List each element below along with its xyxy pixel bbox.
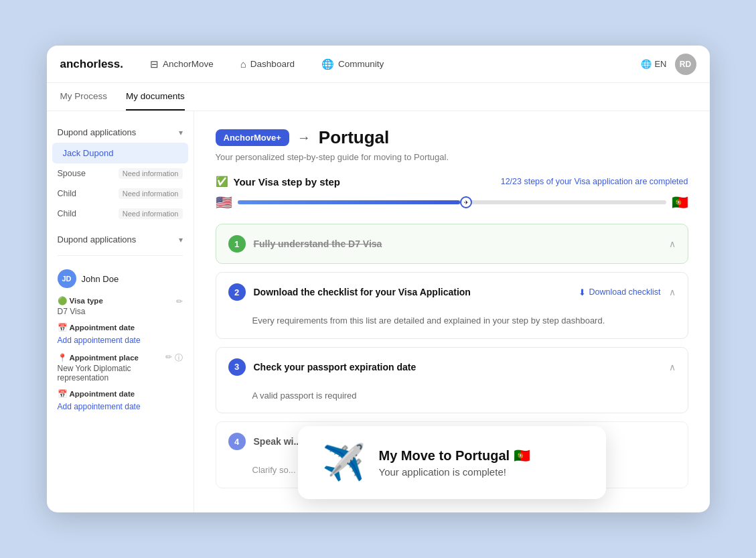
step-right-2: ⬇ Download checklist ∧ [579, 287, 676, 297]
step-title-3: Check your passport expiration date [254, 362, 417, 372]
lang-button[interactable]: 🌐 EN [641, 59, 666, 69]
visa-header: ✅ Your Visa step by step 12/23 steps of … [216, 176, 688, 188]
person-field-appt-place: 📍 Appointment place ✏ ⓘ New York Diploma… [58, 352, 183, 382]
chevron-down-icon-1: ▾ [179, 128, 183, 137]
edit-place-icon[interactable]: ✏ [165, 352, 172, 364]
appt-date-1-label: 📅 Appointment date [58, 323, 183, 332]
progress-bar-container: 🇺🇸 ✈ 🇵🇹 [216, 194, 688, 210]
chevron-up-icon-3: ∧ [669, 362, 676, 372]
top-nav: anchorless. ⊟ AnchorMove ⌂ Dashboard 🌐 C… [47, 46, 710, 83]
visa-type-label: 🟢 Visa type [58, 296, 103, 305]
step-left-3: 3 Check your passport expiration date [228, 358, 417, 376]
person-avatar: JD [58, 269, 76, 288]
step-title-2: Download the checklist for your Visa App… [254, 287, 471, 297]
step-title-1: Fully understand the D7 Visa [254, 238, 382, 249]
arrow-icon: → [297, 130, 311, 145]
chevron-up-icon-1: ∧ [669, 238, 676, 249]
step-right-1: ∧ [669, 238, 676, 249]
sub-nav: My Process My documents [47, 83, 710, 111]
step-header-3[interactable]: 3 Check your passport expiration date ∧ [216, 348, 688, 387]
chevron-down-icon-2: ▾ [179, 235, 183, 245]
nav-community[interactable]: 🌐 Community [316, 56, 389, 73]
airplane-icon: ✈️ [322, 442, 366, 483]
flag-start: 🇺🇸 [216, 194, 232, 210]
person-field-visa-type: 🟢 Visa type ✏ D7 Visa [58, 296, 183, 316]
logo: anchorless. [60, 58, 124, 71]
status-badge-spouse: Need information [119, 168, 183, 179]
person-card: JD John Doe 🟢 Visa type ✏ D7 Visa [47, 261, 194, 427]
appt-place-label: 📍 Appointment place [58, 353, 139, 362]
avatar-initials: RD [680, 60, 691, 69]
status-badge-child-2: Need information [119, 208, 183, 219]
user-avatar[interactable]: RD [675, 54, 696, 75]
nav-community-label: Community [338, 59, 384, 69]
dashboard-icon: ⌂ [240, 58, 246, 70]
right-content: AnchorMove+ → Portugal Your personalized… [194, 111, 710, 512]
step-body-2: Every requirements from this list are de… [216, 311, 688, 338]
add-appt-date-2-link[interactable]: Add appointement date [58, 402, 141, 411]
browser-window: anchorless. ⊟ AnchorMove ⌂ Dashboard 🌐 C… [47, 46, 710, 512]
visa-section: ✅ Your Visa step by step 12/23 steps of … [216, 176, 688, 210]
sidebar-divider [58, 255, 183, 256]
popup-card: ✈️ My Move to Portugal 🇵🇹 Your applicati… [298, 426, 606, 499]
step-left-4: 4 Speak wi... [228, 433, 302, 450]
appt-place-value: New York Diplomatic representation [58, 364, 183, 382]
tab-my-documents[interactable]: My documents [126, 83, 185, 111]
step-card-3: 3 Check your passport expiration date ∧ … [216, 347, 688, 414]
step-right-3: ∧ [669, 362, 676, 372]
person-card-header: JD John Doe [58, 269, 183, 288]
nav-dashboard[interactable]: ⌂ Dashboard [235, 56, 300, 72]
community-icon: 🌐 [321, 58, 334, 70]
step-number-3: 3 [228, 358, 246, 376]
anchormove-badge: AnchorMove+ [216, 129, 289, 146]
sidebar-item-child-1: Child Need information [47, 184, 194, 204]
step-left-2: 2 Download the checklist for your Visa A… [228, 283, 471, 301]
progress-marker: ✈ [460, 196, 472, 208]
nav-anchormove[interactable]: ⊟ AnchorMove [145, 56, 219, 73]
nav-anchormove-label: AnchorMove [163, 59, 214, 69]
progress-bar-fill [238, 200, 461, 204]
nav-dashboard-label: Dashboard [250, 59, 295, 69]
page-header: AnchorMove+ → Portugal Your personalized… [216, 127, 688, 162]
edit-visa-icon[interactable]: ✏ [176, 297, 183, 306]
page-title: AnchorMove+ → Portugal [216, 127, 688, 148]
download-icon: ⬇ [579, 287, 586, 297]
popup-text: My Move to Portugal 🇵🇹 Your application … [379, 447, 530, 478]
anchormove-icon: ⊟ [150, 58, 159, 70]
sidebar-item-child-2: Child Need information [47, 204, 194, 224]
person-name: John Doe [82, 274, 119, 284]
step-header-1[interactable]: 1 Fully understand the D7 Visa ∧ [216, 224, 688, 263]
popup-subtitle: Your application is complete! [379, 466, 530, 478]
sidebar-section-header-1[interactable]: Dupond applications ▾ [47, 122, 194, 143]
flag-end: 🇵🇹 [672, 194, 688, 210]
step-left-1: 1 Fully understand the D7 Visa [228, 235, 382, 253]
info-place-icon[interactable]: ⓘ [175, 352, 183, 364]
step-title-4: Speak wi... [254, 436, 302, 447]
popup-title: My Move to Portugal 🇵🇹 [379, 447, 530, 464]
step-card-1: 1 Fully understand the D7 Visa ∧ [216, 224, 688, 264]
sidebar-section-2: Dupond applications ▾ [47, 229, 194, 250]
tab-my-process[interactable]: My Process [60, 83, 108, 111]
page-subtitle: Your personalized step-by-step guide for… [216, 152, 688, 162]
sidebar: Dupond applications ▾ Jack Dupond Spouse… [47, 111, 194, 512]
download-checklist-link[interactable]: ⬇ Download checklist [579, 287, 661, 297]
visa-type-value: D7 Visa [58, 307, 183, 316]
sidebar-section-1-label: Dupond applications [58, 127, 137, 137]
appt-date-2-label: 📅 Appointment date [58, 389, 183, 399]
sidebar-active-jack[interactable]: Jack Dupond [52, 143, 188, 163]
step-number-4: 4 [228, 433, 246, 450]
step-header-2[interactable]: 2 Download the checklist for your Visa A… [216, 273, 688, 311]
sidebar-section-header-2[interactable]: Dupond applications ▾ [47, 229, 194, 250]
sidebar-section-1: Dupond applications ▾ Jack Dupond Spouse… [47, 122, 194, 224]
visa-progress-text: 12/23 steps of your Visa application are… [501, 177, 688, 186]
nav-right: 🌐 EN RD [641, 54, 696, 75]
step-number-2: 2 [228, 283, 246, 301]
sidebar-section-2-label: Dupond applications [58, 234, 137, 245]
lang-label: EN [654, 59, 666, 69]
step-body-3: A valid passport is required [216, 387, 688, 413]
progress-bar-track: ✈ [238, 200, 666, 204]
visa-title: ✅ Your Visa step by step [216, 176, 341, 188]
add-appt-date-1-link[interactable]: Add appointement date [58, 336, 141, 345]
step-card-2: 2 Download the checklist for your Visa A… [216, 272, 688, 339]
sidebar-item-spouse: Spouse Need information [47, 163, 194, 184]
